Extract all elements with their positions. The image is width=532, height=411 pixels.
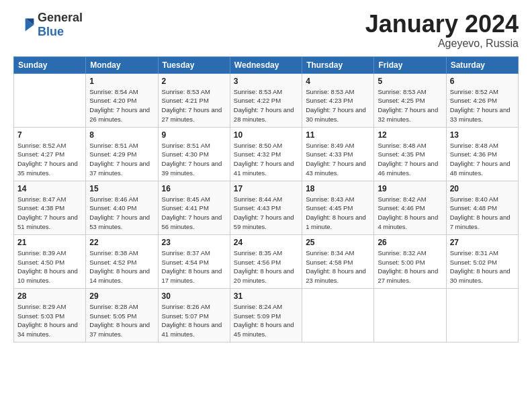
day-info: Sunrise: 8:54 AMSunset: 4:20 PMDaylight:…	[89, 87, 154, 124]
calendar-title: January 2024	[365, 11, 519, 38]
logo-blue: Blue	[38, 25, 64, 38]
calendar-cell: 21 Sunrise: 8:39 AMSunset: 4:50 PMDaylig…	[14, 234, 86, 288]
calendar-cell: 31 Sunrise: 8:24 AMSunset: 5:09 PMDaylig…	[230, 288, 302, 342]
day-info: Sunrise: 8:31 AMSunset: 5:02 PMDaylight:…	[450, 248, 515, 285]
day-info: Sunrise: 8:39 AMSunset: 4:50 PMDaylight:…	[17, 248, 82, 285]
header-friday: Friday	[374, 56, 446, 73]
day-number: 24	[234, 238, 298, 247]
day-number: 9	[162, 130, 226, 140]
calendar-cell: 14 Sunrise: 8:47 AMSunset: 4:38 PMDaylig…	[14, 181, 86, 234]
calendar-cell: 9 Sunrise: 8:51 AMSunset: 4:30 PMDayligh…	[158, 127, 230, 181]
day-number: 6	[450, 77, 515, 86]
calendar-cell	[14, 73, 86, 127]
day-number: 11	[306, 130, 370, 140]
day-info: Sunrise: 8:32 AMSunset: 5:00 PMDaylight:…	[378, 248, 442, 285]
calendar-cell: 5 Sunrise: 8:53 AMSunset: 4:25 PMDayligh…	[374, 73, 446, 127]
day-number: 12	[378, 130, 442, 140]
day-number: 14	[17, 184, 82, 193]
header-tuesday: Tuesday	[158, 56, 230, 73]
calendar-cell	[446, 288, 518, 342]
day-number: 30	[162, 291, 226, 301]
calendar-week-row: 21 Sunrise: 8:39 AMSunset: 4:50 PMDaylig…	[14, 234, 519, 288]
day-number: 1	[89, 77, 154, 86]
day-number: 20	[450, 184, 515, 193]
day-info: Sunrise: 8:28 AMSunset: 5:05 PMDaylight:…	[89, 302, 154, 339]
calendar-cell: 18 Sunrise: 8:43 AMSunset: 4:45 PMDaylig…	[302, 181, 374, 234]
calendar-cell: 23 Sunrise: 8:37 AMSunset: 4:54 PMDaylig…	[158, 234, 230, 288]
day-number: 13	[450, 130, 515, 140]
logo: General Blue	[13, 11, 83, 39]
calendar-cell: 24 Sunrise: 8:35 AMSunset: 4:56 PMDaylig…	[230, 234, 302, 288]
calendar-cell: 19 Sunrise: 8:42 AMSunset: 4:46 PMDaylig…	[374, 181, 446, 234]
day-info: Sunrise: 8:46 AMSunset: 4:40 PMDaylight:…	[89, 195, 154, 232]
day-number: 3	[234, 77, 298, 86]
day-info: Sunrise: 8:53 AMSunset: 4:23 PMDaylight:…	[306, 87, 370, 124]
header-monday: Monday	[86, 56, 158, 73]
calendar-week-row: 1 Sunrise: 8:54 AMSunset: 4:20 PMDayligh…	[14, 73, 519, 127]
day-info: Sunrise: 8:53 AMSunset: 4:22 PMDaylight:…	[234, 87, 298, 124]
logo-general: General	[38, 11, 83, 24]
calendar-cell: 8 Sunrise: 8:51 AMSunset: 4:29 PMDayligh…	[86, 127, 158, 181]
day-number: 16	[162, 184, 226, 193]
day-number: 8	[89, 130, 154, 140]
day-number: 18	[306, 184, 370, 193]
day-info: Sunrise: 8:24 AMSunset: 5:09 PMDaylight:…	[234, 302, 298, 339]
day-info: Sunrise: 8:53 AMSunset: 4:21 PMDaylight:…	[162, 87, 226, 124]
day-number: 23	[162, 238, 226, 247]
calendar-cell: 27 Sunrise: 8:31 AMSunset: 5:02 PMDaylig…	[446, 234, 518, 288]
calendar-cell: 10 Sunrise: 8:50 AMSunset: 4:32 PMDaylig…	[230, 127, 302, 181]
day-info: Sunrise: 8:34 AMSunset: 4:58 PMDaylight:…	[306, 248, 370, 285]
day-info: Sunrise: 8:44 AMSunset: 4:43 PMDaylight:…	[234, 195, 298, 232]
calendar-cell: 7 Sunrise: 8:52 AMSunset: 4:27 PMDayligh…	[14, 127, 86, 181]
header-thursday: Thursday	[302, 56, 374, 73]
calendar-cell: 26 Sunrise: 8:32 AMSunset: 5:00 PMDaylig…	[374, 234, 446, 288]
day-number: 7	[17, 130, 82, 140]
day-info: Sunrise: 8:43 AMSunset: 4:45 PMDaylight:…	[306, 195, 370, 232]
day-number: 28	[17, 291, 82, 301]
day-info: Sunrise: 8:45 AMSunset: 4:41 PMDaylight:…	[162, 195, 226, 232]
day-info: Sunrise: 8:51 AMSunset: 4:29 PMDaylight:…	[89, 141, 154, 178]
day-number: 25	[306, 238, 370, 247]
day-number: 15	[89, 184, 154, 193]
calendar-cell	[302, 288, 374, 342]
calendar-cell: 2 Sunrise: 8:53 AMSunset: 4:21 PMDayligh…	[158, 73, 230, 127]
calendar-cell: 11 Sunrise: 8:49 AMSunset: 4:33 PMDaylig…	[302, 127, 374, 181]
day-number: 21	[17, 238, 82, 247]
day-number: 27	[450, 238, 515, 247]
day-number: 29	[89, 291, 154, 301]
title-block: January 2024 Ageyevo, Russia	[365, 11, 519, 50]
calendar-cell: 13 Sunrise: 8:48 AMSunset: 4:36 PMDaylig…	[446, 127, 518, 181]
calendar-cell: 20 Sunrise: 8:40 AMSunset: 4:48 PMDaylig…	[446, 181, 518, 234]
calendar-cell: 1 Sunrise: 8:54 AMSunset: 4:20 PMDayligh…	[86, 73, 158, 127]
calendar-cell: 12 Sunrise: 8:48 AMSunset: 4:35 PMDaylig…	[374, 127, 446, 181]
day-number: 22	[89, 238, 154, 247]
day-number: 4	[306, 77, 370, 86]
header-wednesday: Wednesday	[230, 56, 302, 73]
day-info: Sunrise: 8:51 AMSunset: 4:30 PMDaylight:…	[162, 141, 226, 178]
day-info: Sunrise: 8:40 AMSunset: 4:48 PMDaylight:…	[450, 195, 515, 232]
calendar-cell: 15 Sunrise: 8:46 AMSunset: 4:40 PMDaylig…	[86, 181, 158, 234]
day-info: Sunrise: 8:48 AMSunset: 4:36 PMDaylight:…	[450, 141, 515, 178]
calendar-cell: 3 Sunrise: 8:53 AMSunset: 4:22 PMDayligh…	[230, 73, 302, 127]
calendar-cell: 16 Sunrise: 8:45 AMSunset: 4:41 PMDaylig…	[158, 181, 230, 234]
day-number: 2	[162, 77, 226, 86]
day-info: Sunrise: 8:42 AMSunset: 4:46 PMDaylight:…	[378, 195, 442, 232]
day-number: 31	[234, 291, 298, 301]
day-info: Sunrise: 8:52 AMSunset: 4:27 PMDaylight:…	[17, 141, 82, 178]
day-info: Sunrise: 8:53 AMSunset: 4:25 PMDaylight:…	[378, 87, 442, 124]
day-info: Sunrise: 8:29 AMSunset: 5:03 PMDaylight:…	[17, 302, 82, 339]
calendar-cell: 4 Sunrise: 8:53 AMSunset: 4:23 PMDayligh…	[302, 73, 374, 127]
day-number: 17	[234, 184, 298, 193]
day-number: 19	[378, 184, 442, 193]
day-number: 26	[378, 238, 442, 247]
day-info: Sunrise: 8:35 AMSunset: 4:56 PMDaylight:…	[234, 248, 298, 285]
calendar-cell	[374, 288, 446, 342]
header-sunday: Sunday	[14, 56, 86, 73]
calendar-week-row: 28 Sunrise: 8:29 AMSunset: 5:03 PMDaylig…	[14, 288, 519, 342]
calendar-cell: 28 Sunrise: 8:29 AMSunset: 5:03 PMDaylig…	[14, 288, 86, 342]
day-info: Sunrise: 8:26 AMSunset: 5:07 PMDaylight:…	[162, 302, 226, 339]
day-info: Sunrise: 8:50 AMSunset: 4:32 PMDaylight:…	[234, 141, 298, 178]
calendar-cell: 30 Sunrise: 8:26 AMSunset: 5:07 PMDaylig…	[158, 288, 230, 342]
calendar-cell: 29 Sunrise: 8:28 AMSunset: 5:05 PMDaylig…	[86, 288, 158, 342]
page-header: General Blue January 2024 Ageyevo, Russi…	[13, 11, 519, 50]
